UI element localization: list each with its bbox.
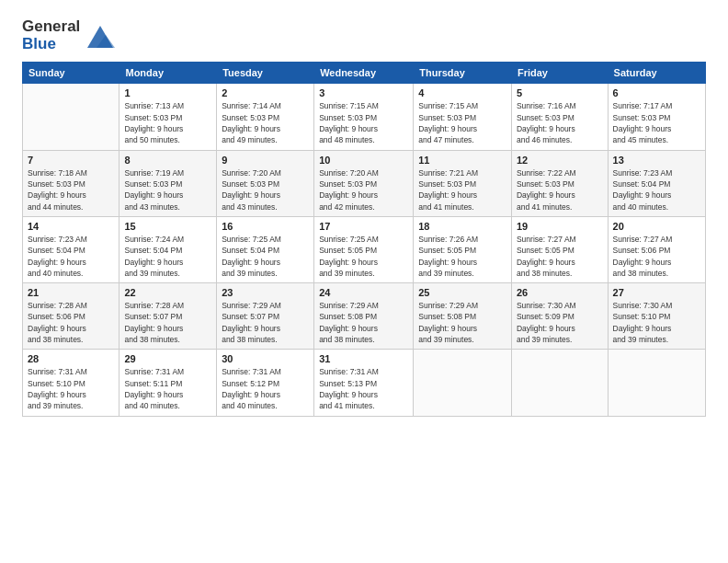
calendar-cell: 20Sunrise: 7:27 AMSunset: 5:06 PMDayligh… bbox=[608, 216, 705, 282]
calendar-cell: 8Sunrise: 7:19 AMSunset: 5:03 PMDaylight… bbox=[119, 150, 217, 216]
calendar-cell: 5Sunrise: 7:16 AMSunset: 5:03 PMDaylight… bbox=[511, 84, 608, 150]
day-info: Sunrise: 7:18 AMSunset: 5:03 PMDaylight:… bbox=[28, 167, 114, 213]
day-info: Sunrise: 7:15 AMSunset: 5:03 PMDaylight:… bbox=[319, 100, 408, 145]
calendar-cell: 18Sunrise: 7:26 AMSunset: 5:05 PMDayligh… bbox=[414, 216, 512, 282]
calendar-cell: 3Sunrise: 7:15 AMSunset: 5:03 PMDaylight… bbox=[314, 84, 414, 150]
calendar-cell: 25Sunrise: 7:29 AMSunset: 5:08 PMDayligh… bbox=[414, 283, 512, 350]
day-number: 3 bbox=[319, 87, 408, 98]
day-number: 2 bbox=[222, 87, 309, 98]
day-number: 25 bbox=[418, 287, 506, 298]
day-info: Sunrise: 7:31 AMSunset: 5:12 PMDaylight:… bbox=[222, 366, 309, 411]
day-info: Sunrise: 7:23 AMSunset: 5:04 PMDaylight:… bbox=[28, 234, 114, 279]
day-number: 4 bbox=[418, 87, 506, 98]
day-info: Sunrise: 7:22 AMSunset: 5:03 PMDaylight:… bbox=[517, 167, 603, 213]
weekday-header: Tuesday bbox=[217, 63, 314, 84]
day-number: 28 bbox=[28, 353, 114, 364]
calendar-cell: 27Sunrise: 7:30 AMSunset: 5:10 PMDayligh… bbox=[608, 283, 705, 350]
calendar-cell: 1Sunrise: 7:13 AMSunset: 5:03 PMDaylight… bbox=[119, 84, 217, 150]
day-info: Sunrise: 7:30 AMSunset: 5:09 PMDaylight:… bbox=[517, 300, 603, 345]
calendar-cell bbox=[414, 350, 512, 416]
calendar-cell: 9Sunrise: 7:20 AMSunset: 5:03 PMDaylight… bbox=[217, 150, 314, 216]
day-number: 6 bbox=[613, 87, 700, 98]
day-info: Sunrise: 7:23 AMSunset: 5:04 PMDaylight:… bbox=[613, 167, 700, 213]
calendar-cell: 21Sunrise: 7:28 AMSunset: 5:06 PMDayligh… bbox=[23, 283, 119, 350]
day-info: Sunrise: 7:31 AMSunset: 5:10 PMDaylight:… bbox=[28, 366, 114, 411]
day-info: Sunrise: 7:29 AMSunset: 5:07 PMDaylight:… bbox=[222, 300, 309, 345]
calendar-cell: 11Sunrise: 7:21 AMSunset: 5:03 PMDayligh… bbox=[414, 150, 512, 216]
calendar-header-row: SundayMondayTuesdayWednesdayThursdayFrid… bbox=[23, 63, 706, 84]
day-number: 5 bbox=[517, 87, 603, 98]
calendar-week-row: 28Sunrise: 7:31 AMSunset: 5:10 PMDayligh… bbox=[23, 350, 706, 416]
calendar-cell: 12Sunrise: 7:22 AMSunset: 5:03 PMDayligh… bbox=[511, 150, 608, 216]
day-number: 26 bbox=[517, 287, 603, 298]
calendar-week-row: 7Sunrise: 7:18 AMSunset: 5:03 PMDaylight… bbox=[23, 150, 706, 216]
calendar-cell bbox=[608, 350, 705, 416]
day-number: 27 bbox=[613, 287, 700, 298]
day-number: 30 bbox=[222, 353, 309, 364]
logo-blue: Blue bbox=[22, 36, 80, 53]
calendar-cell: 14Sunrise: 7:23 AMSunset: 5:04 PMDayligh… bbox=[23, 216, 119, 282]
logo-general: General bbox=[22, 18, 80, 36]
day-number: 14 bbox=[28, 221, 114, 232]
day-number: 22 bbox=[124, 287, 211, 298]
calendar-cell: 6Sunrise: 7:17 AMSunset: 5:03 PMDaylight… bbox=[608, 84, 705, 150]
day-number: 8 bbox=[124, 155, 211, 166]
day-info: Sunrise: 7:15 AMSunset: 5:03 PMDaylight:… bbox=[418, 100, 506, 145]
calendar-cell: 2Sunrise: 7:14 AMSunset: 5:03 PMDaylight… bbox=[217, 84, 314, 150]
day-number: 15 bbox=[124, 221, 211, 232]
weekday-header: Wednesday bbox=[314, 63, 414, 84]
day-number: 13 bbox=[613, 155, 700, 166]
page: General Blue SundayMondayTuesdayWednesda… bbox=[0, 0, 728, 563]
day-number: 10 bbox=[319, 155, 408, 166]
day-info: Sunrise: 7:17 AMSunset: 5:03 PMDaylight:… bbox=[613, 100, 700, 145]
calendar-cell bbox=[23, 84, 119, 150]
logo: General Blue bbox=[22, 18, 117, 52]
calendar-week-row: 14Sunrise: 7:23 AMSunset: 5:04 PMDayligh… bbox=[23, 216, 706, 282]
calendar-body: 1Sunrise: 7:13 AMSunset: 5:03 PMDaylight… bbox=[23, 84, 706, 416]
day-number: 1 bbox=[124, 87, 211, 98]
day-info: Sunrise: 7:26 AMSunset: 5:05 PMDaylight:… bbox=[418, 234, 506, 279]
header: General Blue bbox=[22, 18, 706, 52]
weekday-header: Thursday bbox=[414, 63, 512, 84]
day-info: Sunrise: 7:16 AMSunset: 5:03 PMDaylight:… bbox=[517, 100, 603, 145]
weekday-header: Monday bbox=[119, 63, 217, 84]
calendar-cell: 7Sunrise: 7:18 AMSunset: 5:03 PMDaylight… bbox=[23, 150, 119, 216]
day-info: Sunrise: 7:20 AMSunset: 5:03 PMDaylight:… bbox=[319, 167, 408, 213]
day-number: 29 bbox=[124, 353, 211, 364]
day-number: 19 bbox=[517, 221, 603, 232]
calendar-week-row: 1Sunrise: 7:13 AMSunset: 5:03 PMDaylight… bbox=[23, 84, 706, 150]
day-number: 23 bbox=[222, 287, 309, 298]
calendar-cell: 16Sunrise: 7:25 AMSunset: 5:04 PMDayligh… bbox=[217, 216, 314, 282]
logo-icon bbox=[84, 22, 117, 50]
day-info: Sunrise: 7:14 AMSunset: 5:03 PMDaylight:… bbox=[222, 100, 309, 145]
calendar-cell: 10Sunrise: 7:20 AMSunset: 5:03 PMDayligh… bbox=[314, 150, 414, 216]
day-info: Sunrise: 7:20 AMSunset: 5:03 PMDaylight:… bbox=[222, 167, 309, 213]
day-info: Sunrise: 7:29 AMSunset: 5:08 PMDaylight:… bbox=[319, 300, 408, 345]
day-info: Sunrise: 7:27 AMSunset: 5:05 PMDaylight:… bbox=[517, 234, 603, 279]
day-info: Sunrise: 7:31 AMSunset: 5:11 PMDaylight:… bbox=[124, 366, 211, 411]
day-info: Sunrise: 7:13 AMSunset: 5:03 PMDaylight:… bbox=[124, 100, 211, 145]
day-number: 11 bbox=[418, 155, 506, 166]
calendar-cell: 13Sunrise: 7:23 AMSunset: 5:04 PMDayligh… bbox=[608, 150, 705, 216]
calendar-table: SundayMondayTuesdayWednesdayThursdayFrid… bbox=[22, 62, 706, 416]
day-number: 20 bbox=[613, 221, 700, 232]
day-info: Sunrise: 7:21 AMSunset: 5:03 PMDaylight:… bbox=[418, 167, 506, 213]
calendar-cell: 28Sunrise: 7:31 AMSunset: 5:10 PMDayligh… bbox=[23, 350, 119, 416]
day-info: Sunrise: 7:27 AMSunset: 5:06 PMDaylight:… bbox=[613, 234, 700, 279]
day-info: Sunrise: 7:29 AMSunset: 5:08 PMDaylight:… bbox=[418, 300, 506, 345]
day-number: 17 bbox=[319, 221, 408, 232]
day-info: Sunrise: 7:30 AMSunset: 5:10 PMDaylight:… bbox=[613, 300, 700, 345]
day-number: 12 bbox=[517, 155, 603, 166]
calendar-cell: 31Sunrise: 7:31 AMSunset: 5:13 PMDayligh… bbox=[314, 350, 414, 416]
calendar-week-row: 21Sunrise: 7:28 AMSunset: 5:06 PMDayligh… bbox=[23, 283, 706, 350]
day-info: Sunrise: 7:28 AMSunset: 5:06 PMDaylight:… bbox=[28, 300, 114, 345]
day-info: Sunrise: 7:25 AMSunset: 5:04 PMDaylight:… bbox=[222, 234, 309, 279]
calendar-cell: 23Sunrise: 7:29 AMSunset: 5:07 PMDayligh… bbox=[217, 283, 314, 350]
day-number: 24 bbox=[319, 287, 408, 298]
calendar-cell: 30Sunrise: 7:31 AMSunset: 5:12 PMDayligh… bbox=[217, 350, 314, 416]
weekday-header: Friday bbox=[511, 63, 608, 84]
day-info: Sunrise: 7:24 AMSunset: 5:04 PMDaylight:… bbox=[124, 234, 211, 279]
day-number: 7 bbox=[28, 155, 114, 166]
day-number: 18 bbox=[418, 221, 506, 232]
weekday-header: Sunday bbox=[23, 63, 119, 84]
